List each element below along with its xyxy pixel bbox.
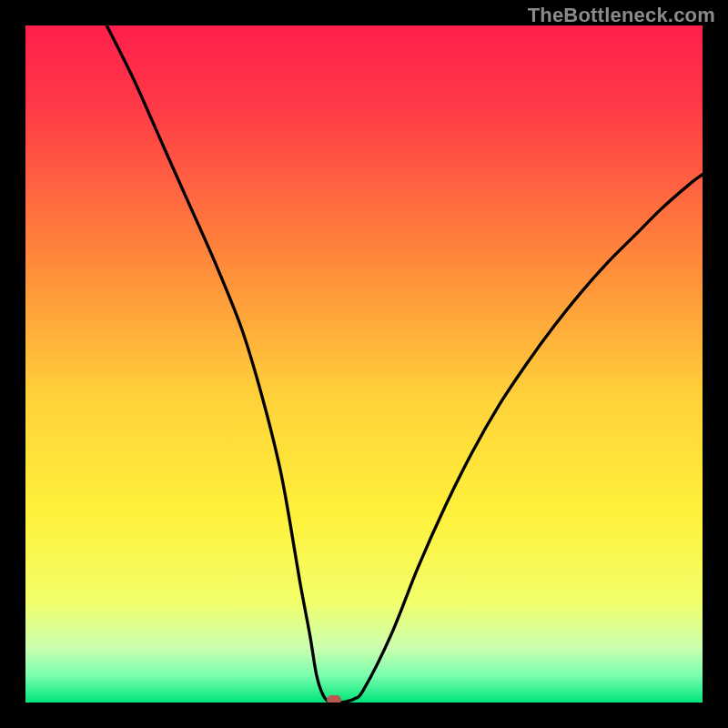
watermark-text: TheBottleneck.com: [528, 4, 715, 27]
plot-area: [25, 25, 703, 703]
chart-frame: TheBottleneck.com: [0, 0, 728, 728]
curve-layer: [25, 25, 703, 703]
min-marker: [327, 695, 341, 703]
bottleneck-curve: [106, 25, 703, 703]
